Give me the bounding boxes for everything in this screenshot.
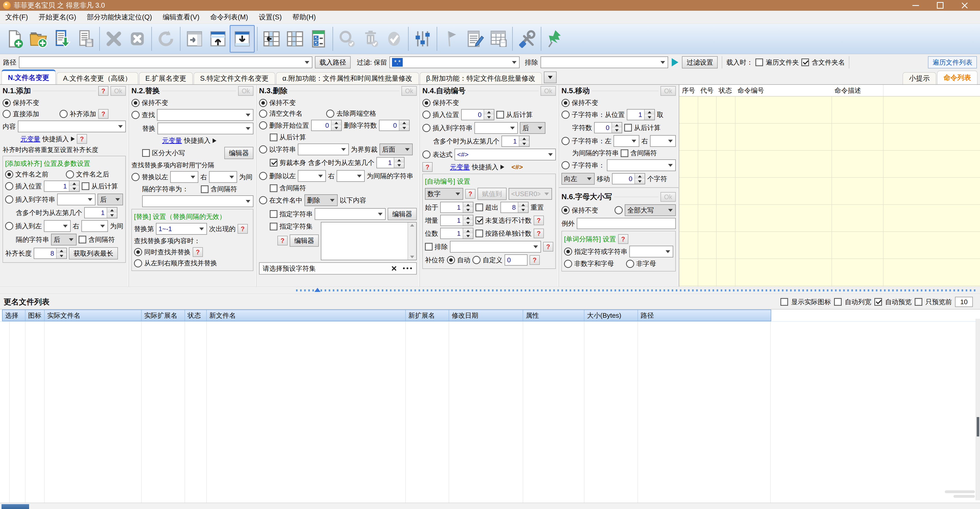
splitter-bar[interactable]: [0, 287, 980, 294]
col-select[interactable]: 选择: [3, 310, 25, 321]
menu-file[interactable]: 文件(F): [0, 11, 33, 24]
expression-combobox[interactable]: <#>: [455, 148, 556, 160]
ok-button[interactable]: Ok: [110, 86, 126, 96]
clear-icon[interactable]: [391, 265, 397, 272]
meta-variable-link[interactable]: 元变量: [162, 136, 182, 145]
charset-editor-button[interactable]: 编辑器: [290, 235, 319, 247]
editor-button[interactable]: 编辑器: [224, 147, 253, 159]
custom-pad-radio[interactable]: [473, 256, 480, 264]
tab-command-list[interactable]: 命令列表: [937, 71, 977, 84]
tab-filename-advanced[interactable]: A.文件名变更（高级）: [57, 72, 138, 84]
load-path-button[interactable]: 载入路径: [315, 56, 351, 69]
multi-index-spinner[interactable]: 1: [84, 207, 118, 219]
specify-string-combobox[interactable]: [315, 208, 386, 220]
ok-button[interactable]: Ok: [238, 86, 253, 96]
case-mode-radio[interactable]: [614, 206, 623, 214]
col-command-desc[interactable]: 命令描述: [835, 85, 861, 96]
help-icon[interactable]: ?: [534, 215, 544, 225]
move-count-spinner[interactable]: 0: [612, 173, 645, 184]
tab-attr-time-batch[interactable]: α.附加功能：文件属性和时间属性批量修改: [276, 72, 419, 84]
col-command-number[interactable]: 命令编号: [738, 85, 764, 96]
panel-right-icon[interactable]: [183, 26, 206, 52]
direction-dropdown[interactable]: 向左: [562, 173, 595, 185]
menu-start-rename[interactable]: 开始更名(G): [33, 11, 81, 24]
col-size-bytes[interactable]: 大小(Bytes): [584, 310, 638, 321]
insert-at-string-radio[interactable]: [422, 124, 431, 132]
help-icon[interactable]: ?: [98, 86, 108, 96]
left-string-combobox[interactable]: [170, 171, 198, 183]
right-string-combobox[interactable]: [337, 170, 365, 182]
replace-combobox[interactable]: [158, 123, 253, 134]
substring-pos-radio[interactable]: [562, 110, 570, 119]
col-modified-date[interactable]: 修改日期: [449, 310, 523, 321]
include-folder-name-checkbox[interactable]: [801, 59, 809, 66]
help-icon[interactable]: ?: [277, 236, 288, 246]
replace-between-radio[interactable]: [131, 173, 140, 181]
after-dropdown[interactable]: 后: [520, 122, 546, 134]
tune-sliders-icon[interactable]: [411, 26, 434, 52]
col-new-extension[interactable]: 新扩展名: [406, 310, 449, 321]
delete-check-icon[interactable]: [359, 26, 382, 52]
col-code[interactable]: 代号: [700, 85, 714, 96]
cut-by-string-radio[interactable]: [259, 145, 267, 153]
col-status[interactable]: 状态: [185, 310, 207, 321]
help-icon[interactable]: ?: [465, 189, 476, 199]
insert-at-string-combobox[interactable]: [57, 194, 95, 205]
meta-variable-link[interactable]: 元变量: [450, 163, 470, 172]
traverse-folders-checkbox[interactable]: [756, 59, 763, 66]
tab-fileinfo-batch[interactable]: β.附加功能：特定文件信息批量修改: [420, 72, 542, 84]
help-icon[interactable]: ?: [422, 162, 433, 172]
menu-help[interactable]: 帮助(H): [287, 11, 321, 24]
assign-to-button[interactable]: 赋值到: [477, 188, 507, 200]
find-combobox[interactable]: [157, 109, 253, 121]
count-from-back-checkbox[interactable]: [496, 111, 504, 118]
start-spinner[interactable]: 1: [440, 202, 473, 213]
help-icon[interactable]: ?: [238, 224, 248, 234]
col-index[interactable]: 序号: [682, 85, 695, 96]
simultaneous-radio[interactable]: [134, 248, 142, 256]
col-attributes[interactable]: 属性: [523, 310, 584, 321]
help-icon[interactable]: ?: [618, 234, 628, 244]
exceed-checkbox[interactable]: [476, 204, 483, 211]
substring-combobox[interactable]: [607, 160, 676, 171]
ok-button[interactable]: Ok: [660, 192, 676, 202]
keep-radio[interactable]: [562, 206, 570, 214]
tab-specific-files[interactable]: S.特定文件文件名变更: [194, 72, 275, 84]
delete-count-spinner[interactable]: 0: [379, 120, 410, 131]
find-radio[interactable]: [131, 111, 140, 119]
insert-pos-radio[interactable]: [5, 182, 13, 190]
per-path-checkbox[interactable]: [476, 230, 483, 237]
apply-filter-icon[interactable]: [672, 58, 678, 66]
open-folder-add-icon[interactable]: [27, 26, 50, 52]
count-from-back-checkbox[interactable]: [270, 134, 277, 141]
auto-preview-checkbox[interactable]: [874, 298, 882, 306]
exception-input[interactable]: [577, 218, 676, 229]
check-list-icon[interactable]: [307, 26, 330, 52]
delete-between-radio[interactable]: [259, 172, 267, 180]
load-list-icon[interactable]: [50, 26, 73, 52]
flag-icon[interactable]: [439, 26, 463, 52]
col-path[interactable]: 路径: [638, 310, 771, 321]
file-table-body[interactable]: [0, 321, 980, 503]
keep-radio[interactable]: [259, 99, 267, 107]
tab-extension-change[interactable]: E.扩展名变更: [139, 72, 193, 84]
help-icon[interactable]: ?: [543, 242, 553, 252]
help-icon[interactable]: ?: [534, 228, 544, 238]
count-from-back-checkbox[interactable]: [624, 124, 632, 131]
editor-button[interactable]: 编辑器: [388, 208, 417, 220]
ok-button[interactable]: Ok: [660, 86, 676, 96]
content-combobox[interactable]: [18, 121, 126, 132]
keep-radio[interactable]: [3, 99, 11, 107]
filter-settings-button[interactable]: 过滤设置: [682, 56, 718, 69]
close-icon[interactable]: [953, 0, 977, 11]
right-string-combobox[interactable]: [81, 220, 108, 232]
after-dropdown[interactable]: 后: [97, 194, 123, 205]
ok-button[interactable]: Ok: [541, 86, 556, 96]
table-column-icon[interactable]: [283, 26, 307, 52]
new-file-icon[interactable]: [3, 26, 27, 52]
delete-range-radio[interactable]: [259, 121, 267, 129]
tools-icon[interactable]: [515, 26, 538, 52]
auto-column-width-checkbox[interactable]: [834, 298, 842, 306]
get-longest-button[interactable]: 获取列表最长: [69, 247, 118, 260]
exclude-combobox[interactable]: [541, 56, 668, 68]
